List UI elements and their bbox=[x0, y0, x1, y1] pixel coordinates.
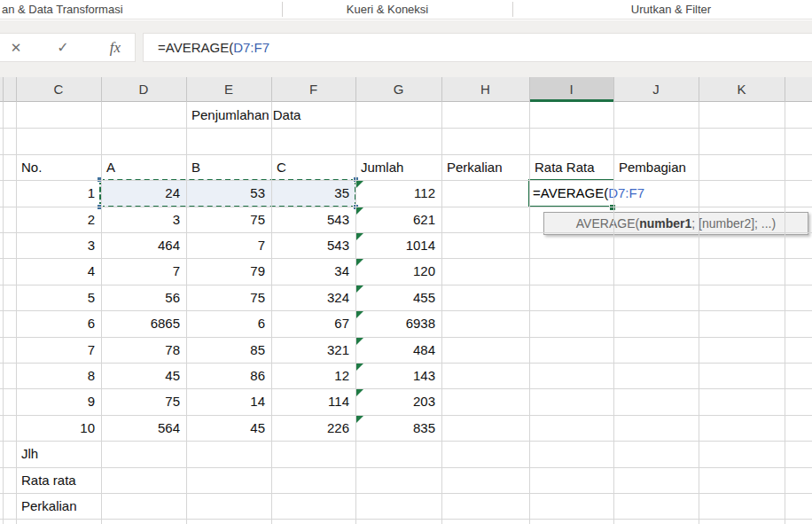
cell-D15[interactable]: 75 bbox=[102, 388, 186, 414]
ribbon-group-data-transformasi: an & Data Transformasi bbox=[2, 2, 123, 18]
cell-C9[interactable]: 3 bbox=[17, 232, 101, 258]
header-divider bbox=[101, 77, 102, 102]
formula-bar-buttons: ✕ ✓ fx bbox=[0, 33, 136, 62]
cell-D8[interactable]: 3 bbox=[102, 207, 186, 232]
fill-handle[interactable] bbox=[609, 204, 616, 211]
cell-C6[interactable]: No. bbox=[17, 154, 101, 180]
cell-C16[interactable]: 10 bbox=[17, 415, 101, 441]
cell-E16[interactable]: 45 bbox=[187, 415, 271, 441]
cell-E6[interactable]: B bbox=[187, 154, 271, 180]
cell-G9[interactable]: 1014 bbox=[356, 232, 441, 258]
error-indicator-triangle bbox=[356, 233, 363, 240]
cell-H6[interactable]: Perkalian bbox=[442, 154, 529, 180]
column-header-K[interactable]: K bbox=[699, 77, 785, 102]
cell-E7[interactable]: 53 bbox=[187, 180, 271, 206]
excel-window: an & Data Transformasi Kueri & Koneksi U… bbox=[0, 0, 812, 524]
column-header-F[interactable]: F bbox=[271, 77, 355, 102]
column-header-D[interactable]: D bbox=[101, 77, 186, 102]
cell-E12[interactable]: 6 bbox=[187, 310, 271, 336]
cell-F6[interactable]: C bbox=[272, 154, 355, 180]
cell-G16[interactable]: 835 bbox=[356, 415, 441, 441]
cell-E4[interactable]: Penjumlahan Data bbox=[187, 102, 271, 128]
gridline-horizontal bbox=[0, 467, 812, 468]
cell-C17[interactable]: Jlh bbox=[17, 441, 101, 466]
cancel-icon[interactable]: ✕ bbox=[5, 34, 27, 61]
cell-E11[interactable]: 75 bbox=[187, 285, 271, 310]
ribbon-group-divider bbox=[512, 2, 513, 17]
cell-E8[interactable]: 75 bbox=[187, 207, 271, 232]
header-divider bbox=[355, 77, 356, 102]
cell-C18[interactable]: Rata rata bbox=[17, 467, 101, 493]
cell-G6[interactable]: Jumlah bbox=[356, 154, 441, 180]
column-header-I[interactable]: I bbox=[529, 77, 613, 102]
formula-input[interactable]: =AVERAGE(D7:F7 bbox=[143, 33, 812, 62]
cell-C10[interactable]: 4 bbox=[17, 258, 101, 284]
error-indicator-triangle bbox=[356, 311, 363, 318]
editing-cell-I7[interactable]: =AVERAGE(D7:F7 bbox=[528, 179, 614, 207]
cell-D10[interactable]: 7 bbox=[102, 258, 186, 284]
cell-I6[interactable]: Rata Rata bbox=[530, 154, 613, 180]
column-header-J[interactable]: J bbox=[613, 77, 699, 102]
cell-E15[interactable]: 14 bbox=[187, 388, 271, 414]
cell-G15[interactable]: 203 bbox=[356, 388, 441, 414]
gridline-horizontal bbox=[0, 519, 812, 520]
cell-D16[interactable]: 564 bbox=[102, 415, 186, 441]
cell-F7[interactable]: 35 bbox=[272, 180, 355, 206]
cell-F9[interactable]: 543 bbox=[272, 232, 355, 258]
spreadsheet-grid: =AVERAGE(D7:F7 AVERAGE(number1; [number2… bbox=[0, 102, 812, 524]
cell-J6[interactable]: Pembagian bbox=[614, 154, 699, 180]
error-indicator-triangle bbox=[356, 285, 363, 293]
cell-E9[interactable]: 7 bbox=[187, 232, 271, 258]
cell-F15[interactable]: 114 bbox=[272, 388, 355, 414]
column-header-C[interactable]: C bbox=[16, 77, 101, 102]
cell-F13[interactable]: 321 bbox=[272, 337, 355, 363]
error-indicator-triangle bbox=[356, 338, 363, 345]
cell-G14[interactable]: 143 bbox=[356, 363, 441, 388]
column-header-H[interactable]: H bbox=[441, 77, 529, 102]
cell-F12[interactable]: 67 bbox=[272, 310, 355, 336]
cell-F14[interactable]: 12 bbox=[272, 363, 355, 388]
cell-D9[interactable]: 464 bbox=[102, 232, 186, 258]
screentip-text: ; [number2]; ...) bbox=[691, 216, 776, 231]
formula-function-text: =AVERAGE( bbox=[533, 185, 608, 200]
cell-C19[interactable]: Perkalian bbox=[17, 493, 101, 519]
cell-F11[interactable]: 324 bbox=[272, 285, 355, 310]
gridline-vertical bbox=[3, 102, 4, 524]
cell-F8[interactable]: 543 bbox=[272, 207, 355, 232]
cell-D14[interactable]: 45 bbox=[102, 363, 186, 388]
cell-F16[interactable]: 226 bbox=[272, 415, 355, 441]
gridline-horizontal bbox=[0, 128, 812, 129]
cell-D7[interactable]: 24 bbox=[102, 180, 186, 206]
cell-C15[interactable]: 9 bbox=[17, 388, 101, 414]
error-indicator-triangle bbox=[356, 416, 363, 423]
cell-C12[interactable]: 6 bbox=[17, 310, 101, 336]
cell-G12[interactable]: 6938 bbox=[356, 310, 441, 336]
cell-C11[interactable]: 5 bbox=[17, 285, 101, 310]
cell-C7[interactable]: 1 bbox=[17, 180, 101, 206]
ribbon-group-kueri-koneksi: Kueri & Koneksi bbox=[347, 2, 429, 18]
cell-D11[interactable]: 56 bbox=[102, 285, 186, 310]
cell-E14[interactable]: 86 bbox=[187, 363, 271, 388]
cell-C8[interactable]: 2 bbox=[17, 207, 101, 232]
cell-D13[interactable]: 78 bbox=[102, 337, 186, 363]
cell-E10[interactable]: 79 bbox=[187, 258, 271, 284]
column-headers: CDEFGHIJK bbox=[0, 77, 812, 102]
cell-C14[interactable]: 8 bbox=[17, 363, 101, 388]
column-header-E[interactable]: E bbox=[186, 77, 271, 102]
cell-G10[interactable]: 120 bbox=[356, 258, 441, 284]
cell-G8[interactable]: 621 bbox=[356, 207, 441, 232]
cell-D6[interactable]: A bbox=[102, 154, 186, 180]
cell-G11[interactable]: 455 bbox=[356, 285, 441, 310]
enter-icon[interactable]: ✓ bbox=[52, 34, 74, 61]
cell-F10[interactable]: 34 bbox=[272, 258, 355, 284]
cell-E13[interactable]: 85 bbox=[187, 337, 271, 363]
cell-C13[interactable]: 7 bbox=[17, 337, 101, 363]
column-header-G[interactable]: G bbox=[355, 77, 441, 102]
header-divider bbox=[613, 77, 614, 102]
insert-function-icon[interactable]: fx bbox=[103, 34, 128, 61]
cell-G7[interactable]: 112 bbox=[356, 180, 441, 206]
cell-D12[interactable]: 6865 bbox=[102, 310, 186, 336]
cell-G13[interactable]: 484 bbox=[356, 337, 441, 363]
header-divider bbox=[271, 77, 272, 102]
error-indicator-triangle bbox=[356, 207, 363, 215]
